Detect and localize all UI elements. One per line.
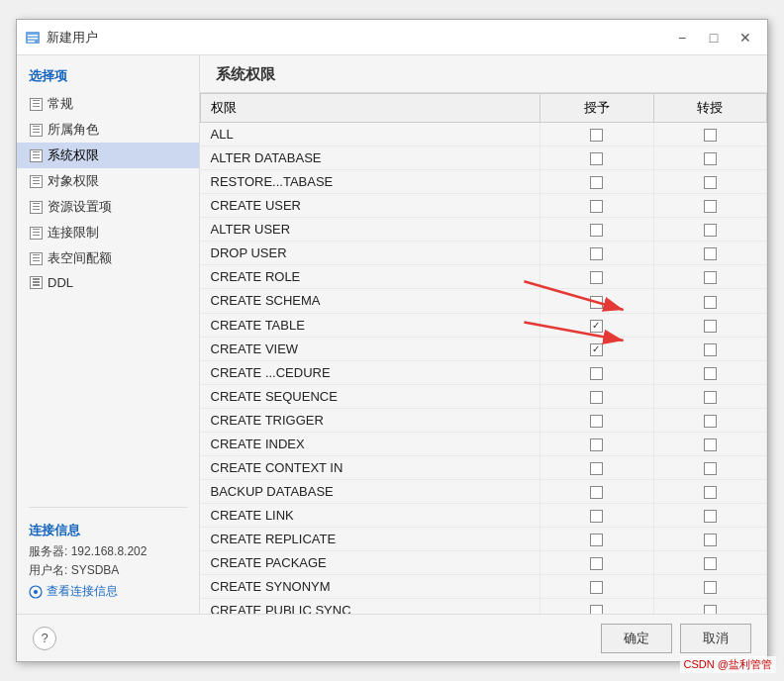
grant-checkbox[interactable] bbox=[590, 129, 603, 142]
transfer-cell[interactable] bbox=[653, 289, 766, 313]
grant-checkbox[interactable] bbox=[590, 271, 603, 284]
grant-cell[interactable] bbox=[540, 289, 653, 313]
transfer-checkbox[interactable] bbox=[704, 438, 717, 451]
grant-checkbox[interactable] bbox=[590, 200, 603, 213]
transfer-cell[interactable] bbox=[653, 408, 766, 432]
table-row[interactable]: CREATE REPLICATE bbox=[201, 528, 767, 551]
table-row[interactable]: CREATE USER bbox=[201, 194, 767, 218]
cancel-button[interactable]: 取消 bbox=[680, 624, 751, 653]
grant-checkbox[interactable] bbox=[590, 320, 603, 333]
transfer-cell[interactable] bbox=[653, 337, 766, 360]
grant-cell[interactable] bbox=[540, 528, 653, 551]
grant-checkbox[interactable] bbox=[590, 152, 603, 165]
table-row[interactable]: CREATE SEQUENCE bbox=[201, 384, 767, 408]
table-row[interactable]: CREATE TABLE bbox=[201, 313, 767, 337]
sidebar-item-objprivs[interactable]: 对象权限 bbox=[17, 168, 199, 194]
transfer-cell[interactable] bbox=[653, 432, 766, 455]
transfer-checkbox[interactable] bbox=[704, 320, 717, 333]
table-row[interactable]: CREATE INDEX bbox=[201, 432, 767, 455]
sidebar-item-ddl[interactable]: DDL bbox=[17, 271, 199, 294]
transfer-cell[interactable] bbox=[653, 575, 766, 599]
table-row[interactable]: CREATE TRIGGER bbox=[201, 408, 767, 432]
transfer-cell[interactable] bbox=[653, 455, 766, 479]
grant-checkbox[interactable] bbox=[590, 486, 603, 499]
transfer-checkbox[interactable] bbox=[704, 367, 717, 380]
close-button[interactable]: ✕ bbox=[732, 27, 759, 49]
minimize-button[interactable]: − bbox=[668, 27, 696, 49]
transfer-checkbox[interactable] bbox=[704, 510, 717, 523]
transfer-checkbox[interactable] bbox=[704, 486, 717, 499]
grant-cell[interactable] bbox=[540, 218, 653, 242]
transfer-cell[interactable] bbox=[653, 479, 766, 503]
grant-cell[interactable] bbox=[540, 551, 653, 575]
view-connection-link[interactable]: 查看连接信息 bbox=[29, 583, 187, 600]
transfer-checkbox[interactable] bbox=[704, 152, 717, 165]
grant-cell[interactable] bbox=[540, 408, 653, 432]
grant-checkbox[interactable] bbox=[590, 367, 603, 380]
transfer-checkbox[interactable] bbox=[704, 129, 717, 142]
transfer-cell[interactable] bbox=[653, 599, 766, 614]
grant-checkbox[interactable] bbox=[590, 415, 603, 428]
grant-cell[interactable] bbox=[540, 479, 653, 503]
sidebar-item-connlimit[interactable]: 连接限制 bbox=[17, 220, 199, 245]
table-row[interactable]: ALTER DATABASE bbox=[201, 146, 767, 170]
grant-cell[interactable] bbox=[540, 313, 653, 337]
transfer-cell[interactable] bbox=[653, 551, 766, 575]
transfer-cell[interactable] bbox=[653, 360, 766, 384]
sidebar-item-general[interactable]: 常规 bbox=[17, 91, 199, 117]
transfer-checkbox[interactable] bbox=[704, 462, 717, 475]
transfer-cell[interactable] bbox=[653, 146, 766, 170]
privileges-table-container[interactable]: 权限 授予 转授 ALLALTER DATABASERESTORE...TABA… bbox=[200, 93, 767, 614]
transfer-cell[interactable] bbox=[653, 313, 766, 337]
grant-cell[interactable] bbox=[540, 360, 653, 384]
grant-checkbox[interactable] bbox=[590, 557, 603, 570]
table-row[interactable]: CREATE ROLE bbox=[201, 265, 767, 289]
grant-checkbox[interactable] bbox=[590, 224, 603, 237]
transfer-cell[interactable] bbox=[653, 194, 766, 218]
transfer-cell[interactable] bbox=[653, 384, 766, 408]
grant-cell[interactable] bbox=[540, 337, 653, 360]
grant-checkbox[interactable] bbox=[590, 176, 603, 189]
table-row[interactable]: CREATE CONTEXT IN bbox=[201, 455, 767, 479]
table-row[interactable]: CREATE LINK bbox=[201, 504, 767, 528]
sidebar-item-tablespace[interactable]: 表空间配额 bbox=[17, 245, 199, 271]
table-row[interactable]: ALTER USER bbox=[201, 218, 767, 242]
grant-cell[interactable] bbox=[540, 384, 653, 408]
grant-checkbox[interactable] bbox=[590, 391, 603, 404]
table-row[interactable]: CREATE PACKAGE bbox=[201, 551, 767, 575]
transfer-checkbox[interactable] bbox=[704, 534, 717, 546]
transfer-checkbox[interactable] bbox=[704, 415, 717, 428]
sidebar-item-resources[interactable]: 资源设置项 bbox=[17, 194, 199, 220]
grant-cell[interactable] bbox=[540, 599, 653, 614]
grant-cell[interactable] bbox=[540, 123, 653, 146]
transfer-checkbox[interactable] bbox=[704, 200, 717, 213]
grant-checkbox[interactable] bbox=[590, 510, 603, 523]
transfer-cell[interactable] bbox=[653, 265, 766, 289]
transfer-cell[interactable] bbox=[653, 242, 766, 265]
table-row[interactable]: CREATE SYNONYM bbox=[201, 575, 767, 599]
sidebar-item-sysprivs[interactable]: 系统权限 bbox=[17, 143, 199, 168]
transfer-checkbox[interactable] bbox=[704, 247, 717, 260]
table-row[interactable]: ALL bbox=[201, 123, 767, 146]
grant-checkbox[interactable] bbox=[590, 581, 603, 594]
grant-checkbox[interactable] bbox=[590, 247, 603, 260]
transfer-cell[interactable] bbox=[653, 218, 766, 242]
transfer-checkbox[interactable] bbox=[704, 605, 717, 614]
grant-cell[interactable] bbox=[540, 242, 653, 265]
transfer-checkbox[interactable] bbox=[704, 557, 717, 570]
table-row[interactable]: CREATE VIEW bbox=[201, 337, 767, 360]
table-row[interactable]: BACKUP DATABASE bbox=[201, 479, 767, 503]
transfer-checkbox[interactable] bbox=[704, 176, 717, 189]
grant-cell[interactable] bbox=[540, 265, 653, 289]
table-row[interactable]: CREATE PUBLIC SYNC bbox=[201, 599, 767, 614]
grant-cell[interactable] bbox=[540, 146, 653, 170]
grant-checkbox[interactable] bbox=[590, 296, 603, 309]
grant-cell[interactable] bbox=[540, 504, 653, 528]
grant-checkbox[interactable] bbox=[590, 438, 603, 451]
grant-cell[interactable] bbox=[540, 170, 653, 194]
table-row[interactable]: RESTORE...TABASE bbox=[201, 170, 767, 194]
confirm-button[interactable]: 确定 bbox=[601, 624, 672, 653]
transfer-checkbox[interactable] bbox=[704, 391, 717, 404]
table-row[interactable]: CREATE ...CEDURE bbox=[201, 360, 767, 384]
table-row[interactable]: DROP USER bbox=[201, 242, 767, 265]
